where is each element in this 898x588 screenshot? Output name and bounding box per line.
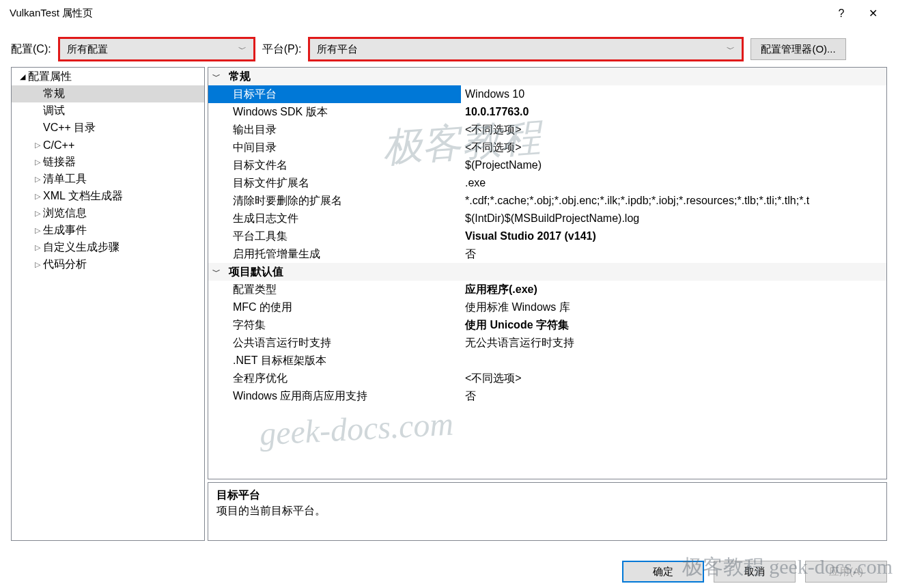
config-value: 所有配置	[67, 43, 108, 56]
property-row[interactable]: 目标文件扩展名.exe	[208, 174, 886, 192]
tree-root[interactable]: ◢ 配置属性	[12, 68, 204, 85]
help-panel: 目标平台 项目的当前目标平台。	[208, 482, 887, 541]
property-name: 目标文件名	[208, 156, 461, 174]
tree-item[interactable]: ▷自定义生成步骤	[12, 239, 204, 256]
property-value[interactable]: .exe	[461, 177, 886, 189]
property-value[interactable]: <不同选项>	[461, 123, 886, 137]
triangle-right-icon: ▷	[32, 192, 43, 201]
tree-item[interactable]: ▷浏览信息	[12, 205, 204, 222]
tree-item[interactable]: ▷XML 文档生成器	[12, 188, 204, 205]
property-value[interactable]: 使用标准 Windows 库	[461, 300, 886, 315]
property-row[interactable]: 生成日志文件$(IntDir)$(MSBuildProjectName).log	[208, 210, 886, 227]
property-value[interactable]: 无公共语言运行时支持	[461, 336, 886, 350]
chevron-down-icon: ﹀	[212, 266, 229, 278]
property-row[interactable]: Windows 应用商店应用支持否	[208, 387, 886, 405]
config-label: 配置(C):	[11, 42, 51, 57]
property-row[interactable]: .NET 目标框架版本	[208, 352, 886, 369]
tree-item[interactable]: ▷C/C++	[12, 137, 204, 154]
property-name: .NET 目标框架版本	[208, 352, 461, 369]
triangle-right-icon: ▷	[32, 158, 43, 167]
property-value[interactable]: 否	[461, 389, 886, 404]
property-value[interactable]: 应用程序(.exe)	[461, 283, 886, 297]
property-row[interactable]: 平台工具集Visual Studio 2017 (v141)	[208, 227, 886, 245]
property-name: 清除时要删除的扩展名	[208, 192, 461, 210]
help-desc: 项目的当前目标平台。	[216, 504, 878, 518]
category-tree[interactable]: ◢ 配置属性 常规调试VC++ 目录▷C/C++▷链接器▷清单工具▷XML 文档…	[11, 67, 205, 541]
property-row[interactable]: 配置类型应用程序(.exe)	[208, 281, 886, 298]
triangle-right-icon: ▷	[32, 141, 43, 150]
property-value[interactable]: <不同选项>	[461, 372, 886, 386]
triangle-right-icon: ▷	[32, 226, 43, 235]
property-value[interactable]: Windows 10	[461, 88, 886, 100]
property-value[interactable]: $(ProjectName)	[461, 159, 886, 171]
apply-button[interactable]: 应用(A)	[805, 561, 887, 583]
property-row[interactable]: 输出目录<不同选项>	[208, 121, 886, 139]
property-row[interactable]: 全程序优化<不同选项>	[208, 369, 886, 387]
property-value[interactable]: 否	[461, 247, 886, 262]
property-name: 中间目录	[208, 139, 461, 156]
property-row[interactable]: Windows SDK 版本10.0.17763.0	[208, 103, 886, 121]
property-row[interactable]: MFC 的使用使用标准 Windows 库	[208, 298, 886, 316]
tree-item[interactable]: ▷清单工具	[12, 171, 204, 188]
platform-dropdown[interactable]: 所有平台 ﹀	[309, 38, 742, 60]
property-name: MFC 的使用	[208, 298, 461, 316]
property-value[interactable]: *.cdf;*.cache;*.obj;*.obj.enc;*.ilk;*.ip…	[461, 195, 886, 207]
triangle-right-icon: ▷	[32, 209, 43, 218]
property-row[interactable]: 目标平台Windows 10	[208, 85, 886, 103]
property-row[interactable]: 目标文件名$(ProjectName)	[208, 156, 886, 174]
section-header[interactable]: ﹀常规	[208, 68, 886, 85]
tree-item[interactable]: VC++ 目录	[12, 120, 204, 137]
triangle-down-icon: ◢	[17, 72, 28, 81]
config-dropdown[interactable]: 所有配置 ﹀	[59, 38, 254, 60]
platform-value: 所有平台	[317, 43, 358, 56]
triangle-right-icon: ▷	[32, 243, 43, 252]
property-grid[interactable]: ﹀常规目标平台Windows 10Windows SDK 版本10.0.1776…	[208, 67, 887, 479]
window-title: VulkanTest 属性页	[10, 7, 826, 20]
chevron-down-icon: ﹀	[727, 44, 735, 55]
title-bar: VulkanTest 属性页 ? ✕	[0, 0, 898, 27]
property-row[interactable]: 公共语言运行时支持无公共语言运行时支持	[208, 334, 886, 352]
property-name: 字符集	[208, 316, 461, 334]
cancel-button[interactable]: 取消	[714, 561, 796, 583]
property-row[interactable]: 字符集使用 Unicode 字符集	[208, 316, 886, 334]
property-row[interactable]: 中间目录<不同选项>	[208, 139, 886, 156]
ok-button[interactable]: 确定	[622, 561, 704, 583]
chevron-down-icon: ﹀	[238, 44, 247, 55]
property-value[interactable]: <不同选项>	[461, 141, 886, 155]
chevron-down-icon: ﹀	[212, 71, 229, 83]
property-name: 目标文件扩展名	[208, 174, 461, 192]
tree-item[interactable]: 常规	[12, 85, 204, 102]
config-toolbar: 配置(C): 所有配置 ﹀ 平台(P): 所有平台 ﹀ 配置管理器(O)...	[0, 27, 898, 67]
platform-label: 平台(P):	[262, 42, 302, 57]
section-header[interactable]: ﹀项目默认值	[208, 263, 886, 281]
property-value[interactable]: 使用 Unicode 字符集	[461, 318, 886, 333]
triangle-right-icon: ▷	[32, 260, 43, 269]
help-button[interactable]: ?	[826, 3, 857, 24]
property-row[interactable]: 清除时要删除的扩展名*.cdf;*.cache;*.obj;*.obj.enc;…	[208, 192, 886, 210]
property-name: 目标平台	[208, 85, 461, 103]
tree-item[interactable]: ▷生成事件	[12, 222, 204, 239]
property-name: Windows SDK 版本	[208, 103, 461, 121]
property-name: 全程序优化	[208, 369, 461, 387]
property-name: 输出目录	[208, 121, 461, 139]
tree-item[interactable]: ▷链接器	[12, 154, 204, 171]
dialog-footer: 确定 取消 应用(A)	[622, 561, 887, 583]
property-name: 生成日志文件	[208, 210, 461, 227]
close-button[interactable]: ✕	[857, 3, 888, 24]
tree-item[interactable]: 调试	[12, 102, 204, 120]
triangle-right-icon: ▷	[32, 175, 43, 184]
property-value[interactable]: 10.0.17763.0	[461, 106, 886, 118]
config-manager-button[interactable]: 配置管理器(O)...	[750, 38, 845, 60]
help-title: 目标平台	[216, 488, 878, 503]
property-name: 公共语言运行时支持	[208, 334, 461, 352]
property-name: Windows 应用商店应用支持	[208, 387, 461, 405]
property-name: 配置类型	[208, 281, 461, 298]
property-row[interactable]: 启用托管增量生成否	[208, 245, 886, 263]
property-value[interactable]: $(IntDir)$(MSBuildProjectName).log	[461, 212, 886, 225]
property-name: 平台工具集	[208, 227, 461, 245]
property-value[interactable]: Visual Studio 2017 (v141)	[461, 230, 886, 242]
property-name: 启用托管增量生成	[208, 245, 461, 263]
tree-item[interactable]: ▷代码分析	[12, 256, 204, 273]
